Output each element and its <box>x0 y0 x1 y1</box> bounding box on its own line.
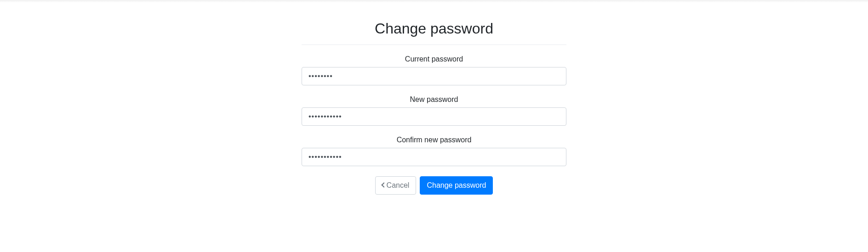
cancel-button[interactable]: Cancel <box>375 176 417 195</box>
change-password-button-label: Change password <box>427 181 486 190</box>
chevron-left-icon <box>381 182 386 187</box>
button-row: Cancel Change password <box>302 176 566 195</box>
confirm-password-group: Confirm new password <box>302 136 566 166</box>
change-password-button[interactable]: Change password <box>420 176 493 195</box>
page-title: Change password <box>302 20 566 45</box>
confirm-password-input[interactable] <box>302 148 566 166</box>
confirm-password-label: Confirm new password <box>302 136 566 144</box>
current-password-input[interactable] <box>302 67 566 85</box>
current-password-label: Current password <box>302 55 566 63</box>
new-password-label: New password <box>302 95 566 104</box>
new-password-input[interactable] <box>302 107 566 126</box>
new-password-group: New password <box>302 95 566 126</box>
current-password-group: Current password <box>302 55 566 85</box>
change-password-form: Change password Current password New pas… <box>302 0 566 195</box>
cancel-button-label: Cancel <box>387 181 410 190</box>
